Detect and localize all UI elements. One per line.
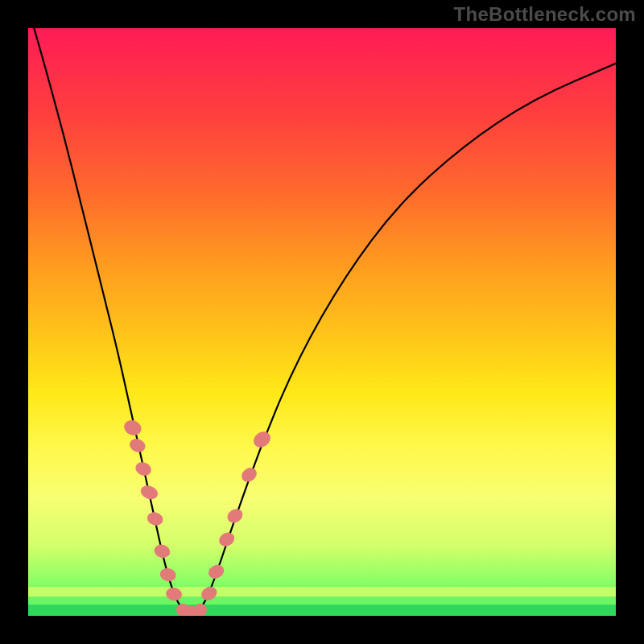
plot-area xyxy=(28,28,616,616)
data-marker xyxy=(250,428,273,450)
chart-svg xyxy=(28,28,616,616)
data-marker xyxy=(138,483,159,502)
data-marker xyxy=(159,567,177,583)
data-marker xyxy=(165,586,183,601)
data-marker xyxy=(225,506,245,526)
data-marker xyxy=(122,418,143,438)
v-curve xyxy=(34,28,616,613)
data-marker xyxy=(206,563,226,582)
marker-group xyxy=(122,418,273,616)
data-marker xyxy=(128,436,148,454)
data-marker xyxy=(194,604,207,616)
attribution-text: TheBottleneck.com xyxy=(454,3,636,26)
chart-stage: TheBottleneck.com xyxy=(0,0,644,644)
data-marker xyxy=(153,543,172,559)
data-marker xyxy=(134,460,154,477)
data-marker xyxy=(146,510,165,527)
data-marker xyxy=(217,530,237,549)
data-marker xyxy=(199,584,219,604)
